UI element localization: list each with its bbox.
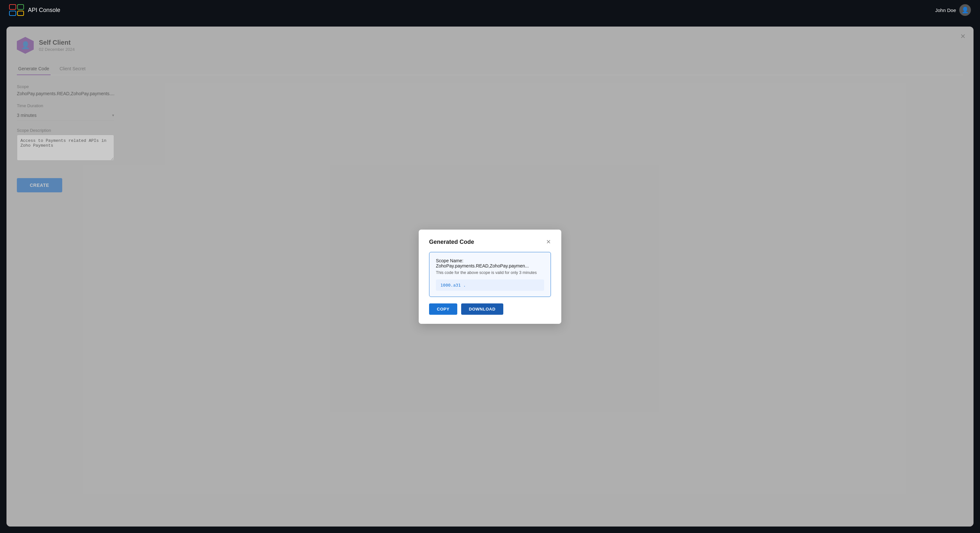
- code-box-validity: This code for the above scope is valid f…: [436, 270, 544, 275]
- modal-close-button[interactable]: ✕: [546, 239, 551, 245]
- logo-icon: [9, 4, 24, 16]
- code-value-row: 1000.a31 .: [436, 279, 544, 291]
- modal-title: Generated Code: [429, 239, 474, 246]
- copy-button[interactable]: COPY: [429, 303, 457, 315]
- download-button[interactable]: DOWNLOAD: [461, 303, 503, 315]
- modal-overlay: Generated Code ✕ Scope Name: ZohoPay.pay…: [6, 27, 974, 527]
- logo-sq-yellow: [17, 11, 24, 16]
- nav-left: API Console: [9, 4, 60, 16]
- code-box-scope-name: Scope Name: ZohoPay.payments.READ,ZohoPa…: [436, 258, 544, 268]
- modal-header: Generated Code ✕: [429, 239, 551, 246]
- code-value: 1000.a31 .: [441, 283, 466, 287]
- code-box: Scope Name: ZohoPay.payments.READ,ZohoPa…: [429, 252, 551, 297]
- user-avatar[interactable]: 👤: [959, 4, 971, 16]
- main-panel: 👤 Self Client 02 December 2024 ✕ Generat…: [6, 27, 974, 527]
- app-title: API Console: [28, 7, 60, 14]
- modal-actions: COPY DOWNLOAD: [429, 303, 551, 315]
- generated-code-modal: Generated Code ✕ Scope Name: ZohoPay.pay…: [419, 230, 561, 324]
- logo-sq-green: [17, 4, 24, 10]
- top-nav: API Console John Doe 👤: [0, 0, 980, 20]
- logo-sq-red: [9, 4, 16, 10]
- nav-username: John Doe: [935, 8, 956, 13]
- nav-right: John Doe 👤: [935, 4, 971, 16]
- logo-sq-blue: [9, 11, 16, 16]
